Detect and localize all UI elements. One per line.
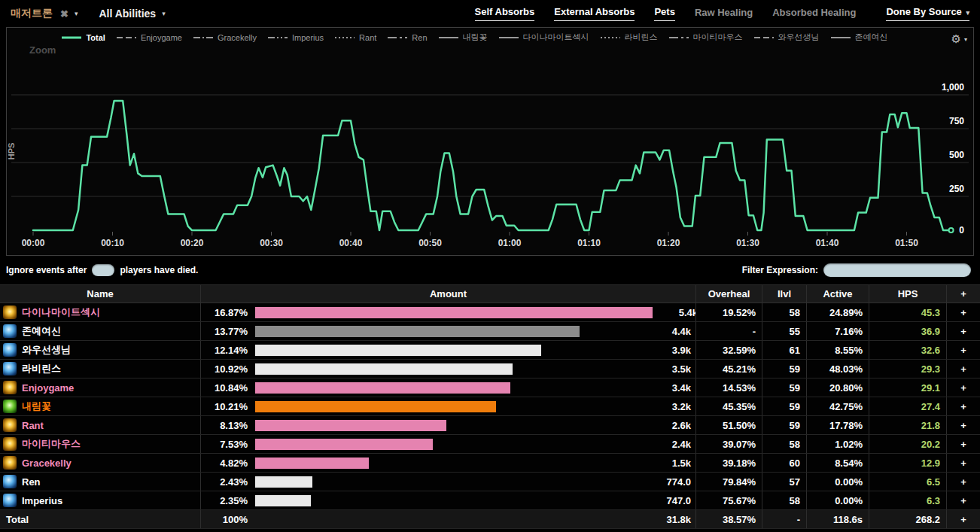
line-end-marker	[949, 228, 954, 233]
table-row[interactable]: 존예여신13.77%4.4k-557.16%36.9+	[0, 322, 980, 341]
header-overheal[interactable]: Overheal	[696, 285, 762, 302]
table-row[interactable]: 내림꽃10.21%3.2k45.35%5942.75%27.4+	[0, 397, 980, 416]
x-tick-label: 01:30	[736, 238, 759, 248]
tab-absorbed-healing[interactable]: Absorbed Healing	[772, 7, 856, 21]
amount-bar	[255, 476, 312, 488]
chevron-down-icon[interactable]: ▾	[75, 10, 78, 17]
table-row[interactable]: Gracekelly4.82%1.5k39.18%608.54%12.9+	[0, 454, 980, 473]
player-name-link[interactable]: 내림꽃	[22, 400, 51, 413]
overheal-cell: 32.59%	[696, 341, 762, 359]
table-row[interactable]: Ren2.43%774.079.84%570.00%6.5+	[0, 473, 980, 491]
player-name-link[interactable]: Ren	[22, 476, 41, 488]
player-name-link[interactable]: 라비린스	[22, 362, 61, 375]
header-amount[interactable]: Amount	[201, 285, 696, 302]
overheal-cell: 51.50%	[696, 416, 762, 434]
hps-value: 29.3	[921, 363, 940, 375]
player-name-link[interactable]: Gracekelly	[22, 458, 72, 469]
legend-item-와우선생님[interactable]: 와우선생님	[754, 32, 820, 43]
expand-plus-button[interactable]: +	[947, 326, 980, 337]
amount-value: 31.8k	[650, 514, 691, 525]
header-name[interactable]: Name	[0, 285, 201, 302]
spirit-icon	[3, 494, 17, 507]
expand-plus-button[interactable]: +	[947, 458, 980, 469]
expand-plus-button[interactable]: +	[947, 495, 980, 506]
filter-expression-input[interactable]	[823, 263, 971, 277]
amount-percent: 10.84%	[201, 382, 248, 394]
chart-settings-button[interactable]: ⚙ ▾	[951, 32, 967, 46]
y-zero-label: 0	[959, 225, 964, 236]
table-row[interactable]: Rant8.13%2.6k51.50%5917.78%21.8+	[0, 416, 980, 435]
name-cell: 내림꽃	[0, 397, 201, 415]
header-hps[interactable]: HPS	[869, 285, 947, 302]
amount-percent: 100%	[201, 514, 248, 525]
player-name-link[interactable]: 와우선생님	[22, 343, 71, 357]
ilvl-cell: 58	[762, 491, 807, 509]
player-name-link[interactable]: 존예여신	[22, 324, 61, 338]
table-row[interactable]: 라비린스10.92%3.5k45.21%5948.03%29.3+	[0, 360, 980, 378]
legend-item-마이티마우스[interactable]: 마이티마우스	[669, 32, 743, 43]
table-row[interactable]: Imperius2.35%747.075.67%580.00%6.3+	[0, 491, 980, 510]
amount-bar-track	[255, 363, 646, 375]
name-cell: Enjoygame	[0, 378, 201, 397]
header-active[interactable]: Active	[807, 285, 869, 302]
amount-percent: 13.77%	[201, 326, 248, 337]
expand-plus-button[interactable]: +	[947, 439, 980, 450]
legend-item-total[interactable]: Total	[62, 33, 105, 42]
leaf-icon	[3, 400, 17, 413]
table-row[interactable]: 다이나마이트섹시16.87%5.4k19.52%5824.89%45.3+	[0, 303, 980, 322]
hps-line-chart[interactable]: 1,00075050025000:0000:1000:2000:3000:400…	[7, 28, 973, 255]
legend-item-다이나마이트섹시[interactable]: 다이나마이트섹시	[499, 32, 589, 43]
player-name-link[interactable]: Imperius	[22, 495, 62, 506]
expand-plus-button[interactable]: +	[947, 345, 980, 356]
active-cell: 0.00%	[807, 491, 869, 509]
legend-line-sample	[388, 35, 407, 40]
total-row[interactable]: Total100%31.8k38.57%-118.6s268.2+	[0, 510, 980, 529]
legend-item-enjoygame[interactable]: Enjoygame	[117, 33, 182, 42]
legend-item-rant[interactable]: Rant	[335, 33, 376, 42]
y-tick-label: 750	[949, 116, 964, 126]
legend-item-gracekelly[interactable]: Gracekelly	[193, 33, 257, 42]
amount-bar	[255, 401, 496, 412]
header-plus[interactable]: +	[947, 285, 980, 302]
expand-plus-button[interactable]: +	[947, 514, 980, 525]
table-row[interactable]: 마이티마우스7.53%2.4k39.07%581.02%20.2+	[0, 435, 980, 454]
overheal-cell: 19.52%	[696, 303, 762, 321]
expand-plus-button[interactable]: +	[947, 401, 980, 412]
expand-plus-button[interactable]: +	[947, 476, 980, 488]
expand-plus-button[interactable]: +	[947, 363, 980, 375]
table-row[interactable]: 와우선생님12.14%3.9k32.59%618.55%32.6+	[0, 341, 980, 360]
tab-pets[interactable]: Pets	[654, 6, 674, 21]
header-ilvl[interactable]: Ilvl	[762, 285, 807, 302]
active-cell: 24.89%	[807, 303, 869, 321]
expand-cell: +	[947, 473, 980, 491]
expand-plus-button[interactable]: +	[947, 420, 980, 431]
expand-plus-button[interactable]: +	[947, 307, 980, 318]
legend-line-sample	[62, 35, 81, 40]
player-name-link[interactable]: 마이티마우스	[22, 437, 81, 451]
tab-external-absorbs[interactable]: External Absorbs	[554, 6, 635, 21]
legend-item-내림꽃[interactable]: 내림꽃	[439, 32, 488, 43]
player-name-link[interactable]: 다이나마이트섹시	[22, 306, 100, 319]
player-name-link[interactable]: Enjoygame	[22, 382, 74, 394]
table-row[interactable]: Enjoygame10.84%3.4k14.53%5920.80%29.1+	[0, 378, 980, 397]
legend-item-라비린스[interactable]: 라비린스	[601, 32, 658, 43]
hps-cell: 6.5	[869, 473, 947, 491]
boss-fight-selector[interactable]: 매저트론	[11, 7, 53, 20]
expand-plus-button[interactable]: +	[947, 382, 980, 394]
ilvl-cell: 59	[762, 360, 807, 378]
chevron-down-icon[interactable]: ▾	[162, 10, 166, 17]
legend-item-존예여신[interactable]: 존예여신	[831, 32, 888, 43]
tab-raw-healing[interactable]: Raw Healing	[695, 7, 753, 21]
legend-item-ren[interactable]: Ren	[388, 33, 427, 42]
player-name-link[interactable]: Rant	[22, 420, 44, 431]
tab-self-absorbs[interactable]: Self Absorbs	[475, 6, 535, 21]
abilities-filter-dropdown[interactable]: All Abilities	[99, 8, 156, 20]
deaths-count-input[interactable]	[92, 264, 114, 276]
ilvl-cell: 58	[762, 435, 807, 453]
legend-line-sample	[831, 35, 851, 40]
legend-item-imperius[interactable]: Imperius	[268, 33, 324, 42]
expand-cell: +	[947, 303, 980, 321]
hps-cell: 20.2	[869, 435, 947, 453]
done-by-source-dropdown[interactable]: Done By Source ▾	[886, 6, 969, 21]
close-icon[interactable]: ✖	[60, 8, 68, 20]
